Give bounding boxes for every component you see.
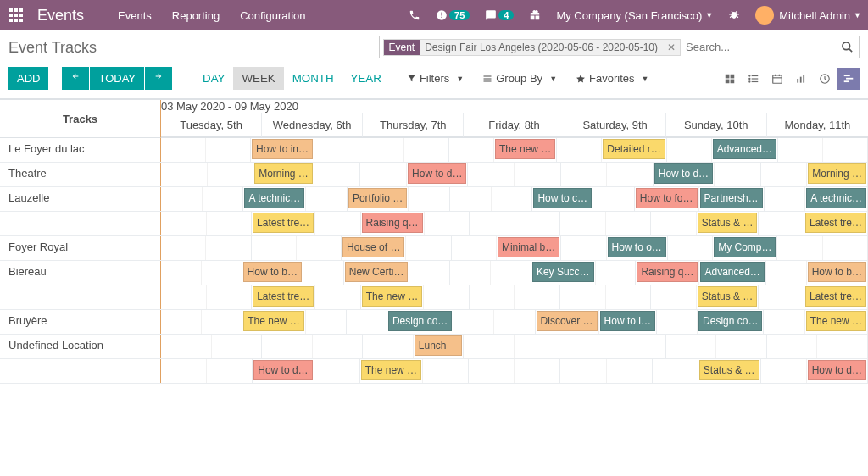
event-pill[interactable]: Advanced… <box>713 139 776 159</box>
svg-line-10 <box>849 48 852 52</box>
facet-remove-icon[interactable]: ✕ <box>663 42 680 53</box>
svg-rect-27 <box>803 75 804 82</box>
day-header: Sunday, 10th <box>666 113 767 137</box>
period-day[interactable]: DAY <box>194 67 233 90</box>
messages-badge: 4 <box>498 10 514 20</box>
event-pill[interactable]: How to i… <box>600 311 655 331</box>
day-header: Monday, 11th <box>767 113 868 137</box>
event-pill[interactable]: Portfolio … <box>348 188 407 208</box>
track-label <box>0 285 161 309</box>
event-pill[interactable]: Discover … <box>537 311 598 331</box>
svg-rect-6 <box>9 19 13 22</box>
event-pill[interactable]: Detailed r… <box>603 139 665 159</box>
company-switcher[interactable]: My Company (San Francisco)▼ <box>556 9 713 22</box>
event-pill[interactable]: How to d… <box>253 360 312 380</box>
view-calendar-icon[interactable] <box>766 68 788 90</box>
event-pill[interactable]: Latest tre… <box>805 286 866 307</box>
event-pill[interactable]: Design co… <box>388 311 452 331</box>
event-pill[interactable]: The new … <box>495 139 555 159</box>
view-list-icon[interactable] <box>743 68 765 90</box>
event-pill[interactable]: How to c… <box>533 188 592 208</box>
view-switcher <box>719 68 860 90</box>
day-header: Friday, 8th <box>464 113 565 137</box>
filters-dropdown[interactable]: Filters▼ <box>407 72 464 85</box>
event-pill[interactable]: Partnersh… <box>700 188 763 208</box>
activity-icon[interactable]: 75 <box>436 9 470 21</box>
event-pill[interactable]: The new … <box>806 311 866 331</box>
event-pill[interactable]: Morning … <box>808 163 866 184</box>
next-button[interactable] <box>145 67 172 90</box>
event-pill[interactable]: Status & … <box>698 286 758 307</box>
date-nav: TODAY <box>62 67 172 90</box>
track-row: TheatreMorning …How to d…How to d…Mornin… <box>0 163 868 187</box>
svg-point-15 <box>748 75 750 76</box>
prev-button[interactable] <box>62 67 89 90</box>
event-pill[interactable]: Raising q… <box>637 262 698 282</box>
event-pill[interactable]: Morning … <box>254 163 313 184</box>
event-pill[interactable]: Advanced… <box>700 262 764 282</box>
user-menu[interactable]: Mitchell Admin▼ <box>755 6 861 25</box>
event-pill[interactable]: Latest tre… <box>805 213 866 233</box>
period-buttons: DAY WEEK MONTH YEAR <box>194 67 390 90</box>
search-icon[interactable] <box>841 41 854 53</box>
menu-configuration[interactable]: Configuration <box>240 9 305 22</box>
search-input[interactable] <box>681 38 855 56</box>
track-row: Latest tre…Raising q…Status & …Latest tr… <box>0 212 868 236</box>
event-pill[interactable]: The new … <box>361 360 421 380</box>
event-pill[interactable]: How to in… <box>252 139 313 159</box>
period-year[interactable]: YEAR <box>342 67 390 90</box>
user-name: Mitchell Admin <box>779 9 850 22</box>
event-pill[interactable]: How to fo… <box>636 188 698 208</box>
favorites-dropdown[interactable]: Favorites▼ <box>576 72 648 85</box>
breadcrumb[interactable]: Event Tracks <box>8 36 379 57</box>
track-row: Undefined LocationLunch <box>0 335 868 359</box>
event-pill[interactable]: Latest tre… <box>253 286 314 307</box>
event-pill[interactable]: How to d… <box>654 163 713 184</box>
debug-icon[interactable] <box>728 9 740 21</box>
event-pill[interactable]: Key Succ… <box>532 262 594 282</box>
svg-rect-12 <box>731 74 735 78</box>
event-pill[interactable]: Raising q… <box>362 213 423 233</box>
event-pill[interactable]: A technic… <box>806 188 866 208</box>
svg-rect-18 <box>752 78 759 79</box>
event-pill[interactable]: House of … <box>342 237 404 257</box>
event-pill[interactable]: New Certi… <box>345 262 409 282</box>
svg-point-9 <box>843 42 850 50</box>
search-box[interactable]: Event Design Fair Los Angeles (2020-05-0… <box>379 36 860 58</box>
view-graph-icon[interactable] <box>790 68 812 90</box>
view-activity-icon[interactable] <box>814 68 836 90</box>
svg-rect-16 <box>752 75 759 75</box>
event-pill[interactable]: The new … <box>243 311 303 331</box>
event-pill[interactable]: A technic… <box>244 188 304 208</box>
menu-events[interactable]: Events <box>118 9 152 22</box>
view-gantt-icon[interactable] <box>837 68 860 90</box>
today-button[interactable]: TODAY <box>90 67 144 90</box>
event-pill[interactable]: Minimal b… <box>498 237 559 257</box>
facet-value: Design Fair Los Angeles (2020-05-06 - 20… <box>420 40 663 55</box>
messages-icon[interactable]: 4 <box>485 9 514 21</box>
event-pill[interactable]: Lunch <box>415 335 463 356</box>
event-pill[interactable]: My Comp… <box>714 237 776 257</box>
phone-icon[interactable] <box>409 9 420 21</box>
event-pill[interactable]: Latest tre… <box>253 213 314 233</box>
groupby-dropdown[interactable]: Group By▼ <box>482 72 557 85</box>
event-pill[interactable]: Status & … <box>699 360 760 380</box>
apps-icon[interactable] <box>7 6 25 25</box>
period-month[interactable]: MONTH <box>284 67 342 90</box>
event-pill[interactable]: Status & … <box>698 213 758 233</box>
event-pill[interactable]: How to d… <box>808 360 866 380</box>
gift-icon[interactable] <box>529 9 541 21</box>
menu-reporting[interactable]: Reporting <box>172 9 220 22</box>
event-pill[interactable]: How to b… <box>243 262 302 282</box>
add-button[interactable]: ADD <box>8 67 48 90</box>
event-pill[interactable]: How to o… <box>608 237 666 257</box>
event-pill[interactable]: How to b… <box>808 262 866 282</box>
event-pill[interactable]: How to d… <box>408 163 466 184</box>
view-kanban-icon[interactable] <box>719 68 741 90</box>
app-brand[interactable]: Events <box>37 7 84 25</box>
track-row: Le Foyer du lacHow to in…The new …Detail… <box>0 138 868 163</box>
period-week[interactable]: WEEK <box>233 67 283 90</box>
event-pill[interactable]: Design co… <box>698 311 762 331</box>
event-pill[interactable]: The new … <box>362 286 422 307</box>
svg-rect-4 <box>14 14 18 17</box>
